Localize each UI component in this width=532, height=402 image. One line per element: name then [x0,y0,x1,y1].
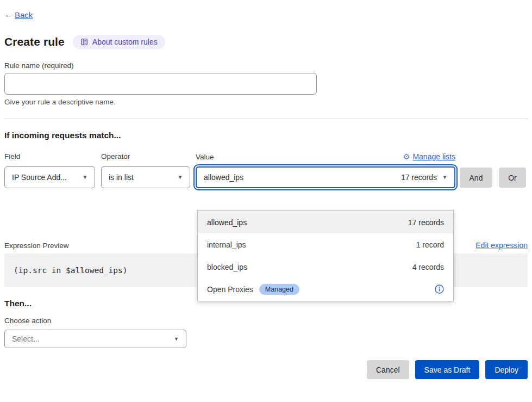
value-column: Value ⚙ Manage lists allowed_ips 17 reco… [196,152,455,188]
section-divider [4,119,528,119]
action-select-placeholder: Select... [12,335,40,343]
back-link-label: Back [15,10,33,20]
rule-name-label: Rule name (required) [4,61,528,70]
managed-badge: Managed [259,284,299,295]
chevron-down-icon: ▼ [83,175,87,180]
field-select-value: IP Source Add... [12,173,67,182]
cancel-button[interactable]: Cancel [367,360,409,379]
list-option-name: internal_ips [207,240,246,249]
list-option-allowed-ips[interactable]: allowed_ips 17 records [198,211,453,233]
value-label: Value [196,153,214,161]
about-custom-rules-link[interactable]: About custom rules [73,35,165,49]
list-option-open-proxies[interactable]: Open Proxies Managed [198,278,453,300]
chevron-down-icon: ▼ [174,336,179,342]
about-badge-label: About custom rules [92,38,158,46]
list-option-name: Open Proxies [207,285,253,294]
list-option-name: allowed_ips [207,218,247,227]
footer-actions: Cancel Save as Draft Deploy [4,360,528,379]
back-link[interactable]: ← Back [4,10,33,20]
book-icon [80,38,88,46]
info-icon[interactable] [435,285,444,294]
back-arrow-icon: ← [4,10,13,19]
chevron-down-icon: ▼ [442,175,447,180]
value-select-name: allowed_ips [204,173,243,182]
value-select-meta: 17 records [401,173,437,182]
manage-lists-label: Manage lists [412,152,455,161]
rule-name-helper-text: Give your rule a descriptive name. [4,98,528,106]
operator-label: Operator [101,152,130,160]
list-option-name: blocked_ips [207,263,247,271]
condition-row: Field IP Source Add... ▼ Operator is in … [4,152,528,188]
operator-select-value: is in list [109,173,134,182]
list-option-internal-ips[interactable]: internal_ips 1 record [198,233,453,256]
page-title: Create rule [4,35,65,48]
create-rule-page: ← Back Create rule About custom rules Ru… [0,0,532,379]
field-select[interactable]: IP Source Add... ▼ [4,166,95,188]
operator-select[interactable]: is in list ▼ [101,166,190,188]
choose-action-label: Choose action [4,317,528,325]
operator-column: Operator is in list ▼ [101,152,190,188]
list-option-meta: 1 record [416,240,444,249]
deploy-button[interactable]: Deploy [485,360,528,379]
list-option-blocked-ips[interactable]: blocked_ips 4 records [198,256,453,278]
expression-preview-label: Expression Preview [4,242,69,250]
value-select[interactable]: allowed_ips 17 records ▼ [196,166,455,188]
match-section-heading: If incoming requests match... [4,131,528,140]
chevron-down-icon: ▼ [178,175,183,180]
edit-expression-link[interactable]: Edit expression [475,241,528,250]
gear-icon: ⚙ [403,152,410,161]
list-dropdown-panel: allowed_ips 17 records internal_ips 1 re… [197,210,454,301]
list-option-meta: 17 records [408,218,444,227]
list-option-meta: 4 records [412,263,444,271]
field-label: Field [4,152,20,160]
save-as-draft-button[interactable]: Save as Draft [415,360,480,379]
action-select[interactable]: Select... ▼ [4,330,186,348]
andor-group: And Or [460,168,526,188]
or-button[interactable]: Or [499,168,526,188]
rule-name-input[interactable] [4,73,317,95]
title-row: Create rule About custom rules [4,35,528,49]
manage-lists-link[interactable]: ⚙ Manage lists [403,152,455,161]
field-column: Field IP Source Add... ▼ [4,152,95,188]
and-button[interactable]: And [460,168,492,188]
